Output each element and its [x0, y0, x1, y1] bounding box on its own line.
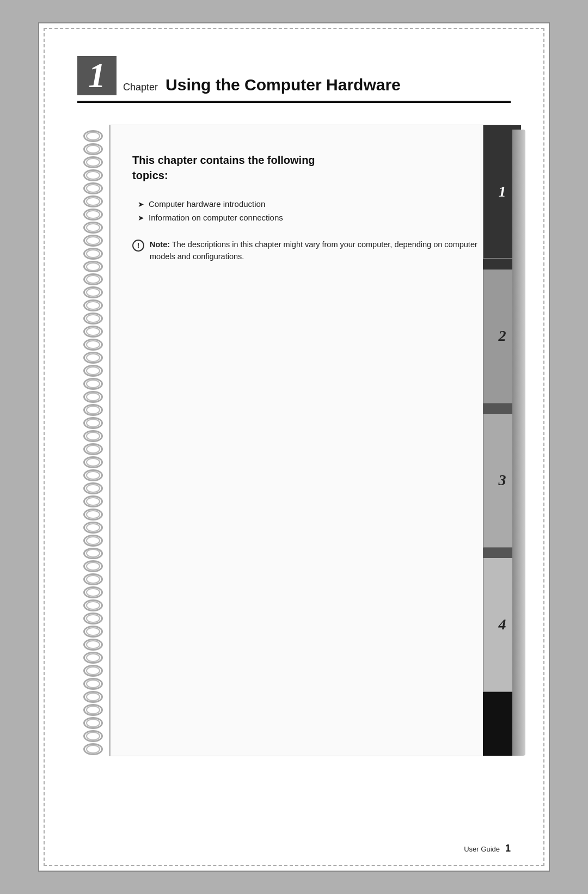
spiral-ring: [83, 339, 103, 351]
spiral-ring: [83, 195, 103, 207]
spiral-ring: [83, 469, 103, 481]
spiral-ring: [83, 665, 103, 677]
notebook-content: This chapter contains the following topi…: [132, 152, 499, 734]
list-item: ➤ Information on computer connections: [138, 213, 494, 222]
tab-number-3: 3: [499, 472, 506, 489]
spiral-ring: [83, 378, 103, 390]
spiral-ring: [83, 678, 103, 690]
spiral-ring: [83, 443, 103, 455]
page: 1 Chapter Using the Computer Hardware: [38, 22, 550, 872]
intro-heading: This chapter contains the following topi…: [132, 152, 494, 183]
note-text: Note: The descriptions in this chapter m…: [150, 238, 494, 263]
chapter-title: Using the Computer Hardware: [166, 76, 401, 94]
footer-label: User Guide: [464, 845, 500, 853]
spiral-binding: [77, 125, 109, 756]
arrow-icon: ➤: [138, 213, 144, 222]
spiral-ring: [83, 743, 103, 755]
spiral-ring: [83, 495, 103, 507]
spiral-ring: [83, 143, 103, 155]
spiral-ring: [83, 326, 103, 338]
spiral-ring: [83, 169, 103, 181]
notebook-page: This chapter contains the following topi…: [109, 125, 511, 756]
spiral-ring: [83, 404, 103, 416]
spiral-ring: [83, 417, 103, 429]
spiral-ring: [83, 613, 103, 624]
spiral-ring: [83, 717, 103, 729]
spiral-ring: [83, 509, 103, 521]
chapter-label-title: Chapter Using the Computer Hardware: [123, 76, 511, 95]
chapter-label: Chapter: [123, 82, 158, 95]
spiral-ring: [83, 573, 103, 585]
spiral-ring: [83, 156, 103, 168]
spiral-ring: [83, 586, 103, 598]
tab-number-2: 2: [499, 327, 506, 345]
spiral-ring: [83, 730, 103, 742]
spiral-ring: [83, 352, 103, 364]
page-footer: User Guide 1: [464, 843, 511, 854]
spiral-ring: [83, 235, 103, 247]
spiral-ring: [83, 548, 103, 560]
spiral-ring: [83, 286, 103, 298]
footer-page-number: 1: [505, 843, 511, 854]
spiral-ring: [83, 391, 103, 403]
chapter-number: 1: [88, 58, 106, 93]
spiral-ring: [83, 365, 103, 377]
tab-number-4: 4: [499, 616, 506, 633]
chapter-rule: [77, 101, 511, 103]
topic-list: ➤ Computer hardware introduction ➤ Infor…: [132, 199, 494, 222]
note-icon: !: [132, 240, 144, 252]
arrow-icon: ➤: [138, 200, 144, 209]
chapter-number-block: 1: [77, 56, 117, 95]
tab-number-1: 1: [499, 183, 506, 200]
spiral-ring: [83, 560, 103, 572]
spiral-ring: [83, 652, 103, 664]
spiral-ring: [83, 704, 103, 716]
spiral-ring: [83, 130, 103, 142]
spiral-ring: [83, 626, 103, 638]
spiral-ring: [83, 522, 103, 534]
spiral-ring: [83, 639, 103, 651]
spiral-ring: [83, 313, 103, 324]
spiral-ring: [83, 261, 103, 273]
chapter-header: 1 Chapter Using the Computer Hardware: [77, 56, 511, 95]
notebook-shadow: [512, 130, 525, 756]
spiral-ring: [83, 691, 103, 703]
spiral-ring: [83, 273, 103, 285]
spiral-ring: [83, 248, 103, 260]
spiral-ring: [83, 182, 103, 194]
spiral-ring: [83, 430, 103, 442]
note-block: ! Note: The descriptions in this chapter…: [132, 238, 494, 263]
notebook-wrapper: This chapter contains the following topi…: [77, 125, 511, 756]
list-item: ➤ Computer hardware introduction: [138, 199, 494, 209]
spiral-ring: [83, 599, 103, 611]
spiral-ring: [83, 299, 103, 311]
spiral-ring: [83, 209, 103, 221]
spiral-ring: [83, 535, 103, 547]
spiral-ring: [83, 456, 103, 468]
spiral-ring: [83, 222, 103, 234]
spiral-ring: [83, 482, 103, 494]
